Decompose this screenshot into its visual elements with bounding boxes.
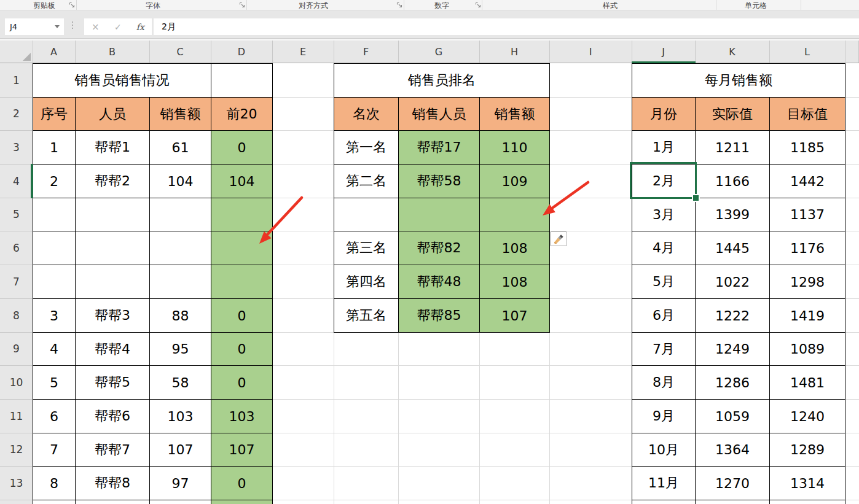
cell[interactable] xyxy=(75,231,150,265)
header-cell[interactable]: 实际值 xyxy=(695,97,770,131)
cell[interactable]: 1419 xyxy=(769,298,845,333)
cell[interactable]: 帮帮1 xyxy=(75,130,150,165)
cell[interactable]: 1270 xyxy=(695,466,770,500)
cell[interactable] xyxy=(149,198,211,231)
cell[interactable]: 1240 xyxy=(769,399,845,433)
header-cell[interactable]: 月份 xyxy=(632,97,696,131)
cell[interactable]: 107 xyxy=(211,433,273,467)
cell[interactable]: 1298 xyxy=(769,265,845,299)
cell[interactable] xyxy=(769,500,845,504)
cell[interactable]: 1249 xyxy=(695,332,770,366)
cell[interactable]: 第五名 xyxy=(334,298,399,333)
cell[interactable] xyxy=(479,198,550,231)
dialog-launcher-icon[interactable] xyxy=(69,2,75,8)
cell[interactable]: 帮帮3 xyxy=(75,298,150,333)
cell[interactable]: 帮帮2 xyxy=(75,164,150,198)
header-cell[interactable]: 销售额 xyxy=(479,97,550,131)
cell[interactable]: 第二名 xyxy=(334,164,399,198)
cell[interactable] xyxy=(632,500,696,504)
cell[interactable]: 7月 xyxy=(632,332,696,366)
cell[interactable] xyxy=(149,500,211,504)
row-header-5[interactable]: 5 xyxy=(0,198,33,231)
row-header-6[interactable]: 6 xyxy=(0,231,33,265)
cell[interactable]: 1166 xyxy=(695,164,770,198)
cell[interactable]: 107 xyxy=(149,433,211,467)
cell[interactable]: 5月 xyxy=(632,265,696,299)
cell[interactable] xyxy=(211,63,273,98)
cell[interactable]: 3月 xyxy=(632,198,696,231)
cell[interactable]: 3 xyxy=(33,298,76,333)
cell[interactable] xyxy=(33,198,76,231)
cell[interactable]: 帮帮4 xyxy=(75,332,150,366)
cell[interactable]: 103 xyxy=(211,399,273,433)
fill-handle[interactable] xyxy=(692,194,700,202)
row-header-9[interactable]: 9 xyxy=(0,332,33,366)
cell[interactable]: 6月 xyxy=(632,298,696,333)
cell[interactable]: 帮帮17 xyxy=(398,130,480,165)
name-box[interactable]: J4 xyxy=(5,18,64,35)
cell[interactable]: 帮帮85 xyxy=(398,298,480,333)
cell[interactable]: 0 xyxy=(211,298,273,333)
dialog-launcher-icon[interactable] xyxy=(396,2,402,8)
table-title[interactable]: 销售员排名 xyxy=(334,63,550,98)
cancel-icon[interactable]: × xyxy=(92,21,100,33)
cell[interactable]: 第四名 xyxy=(334,265,399,299)
cell[interactable]: 107 xyxy=(479,298,550,333)
cell[interactable] xyxy=(75,265,150,299)
selected-cell-outline[interactable] xyxy=(630,162,697,199)
chevron-down-icon[interactable] xyxy=(55,25,60,28)
cell[interactable] xyxy=(75,500,150,504)
cell[interactable] xyxy=(695,500,770,504)
cell[interactable]: 10月 xyxy=(632,433,696,467)
cell[interactable]: 1399 xyxy=(695,198,770,231)
row-header-13[interactable]: 13 xyxy=(0,466,33,500)
cell[interactable]: 1286 xyxy=(695,365,770,400)
row-header-11[interactable]: 11 xyxy=(0,399,33,433)
cell[interactable]: 1059 xyxy=(695,399,770,433)
cell[interactable]: 第三名 xyxy=(334,231,399,265)
header-cell[interactable]: 人员 xyxy=(75,97,150,131)
table-title[interactable]: 销售员销售情况 xyxy=(33,63,211,98)
cell[interactable]: 1 xyxy=(33,130,76,165)
cell[interactable]: 8月 xyxy=(632,365,696,400)
header-cell[interactable]: 销售额 xyxy=(149,97,211,131)
cell[interactable]: 0 xyxy=(211,332,273,366)
cell[interactable]: 11月 xyxy=(632,466,696,500)
cell[interactable]: 1185 xyxy=(769,130,845,165)
cell[interactable]: 9月 xyxy=(632,399,696,433)
formula-input[interactable]: 2月 xyxy=(154,18,859,35)
row-header-3[interactable]: 3 xyxy=(0,130,33,165)
cell[interactable] xyxy=(211,231,273,265)
cell[interactable]: 帮帮8 xyxy=(75,466,150,500)
cell[interactable] xyxy=(211,265,273,299)
cell[interactable]: 61 xyxy=(149,130,211,165)
cell[interactable]: 108 xyxy=(479,265,550,299)
cell[interactable]: 帮帮82 xyxy=(398,231,480,265)
cell[interactable]: 1022 xyxy=(695,265,770,299)
column-header-f[interactable]: F xyxy=(334,41,399,63)
paste-options-button[interactable] xyxy=(550,231,567,246)
cell[interactable]: 4月 xyxy=(632,231,696,265)
cell[interactable]: 5 xyxy=(33,365,76,400)
cell[interactable]: 8 xyxy=(33,466,76,500)
cell[interactable]: 1137 xyxy=(769,198,845,231)
cell[interactable]: 1289 xyxy=(769,433,845,467)
cell[interactable]: 帮帮7 xyxy=(75,433,150,467)
column-header-b[interactable]: B xyxy=(75,41,150,63)
cell[interactable] xyxy=(33,500,76,504)
cell[interactable] xyxy=(334,198,399,231)
cell[interactable] xyxy=(33,231,76,265)
column-header-d[interactable]: D xyxy=(211,41,273,63)
cell[interactable]: 1089 xyxy=(769,332,845,366)
cell[interactable]: 103 xyxy=(149,399,211,433)
cell[interactable]: 104 xyxy=(211,164,273,198)
row-header-2[interactable]: 2 xyxy=(0,97,33,131)
cell[interactable]: 2 xyxy=(33,164,76,198)
cell[interactable]: 帮帮6 xyxy=(75,399,150,433)
header-cell[interactable]: 名次 xyxy=(334,97,399,131)
cell[interactable]: 0 xyxy=(211,365,273,400)
cell[interactable]: 1222 xyxy=(695,298,770,333)
header-cell[interactable]: 前20 xyxy=(211,97,273,131)
column-header-l[interactable]: L xyxy=(769,41,845,63)
header-cell[interactable]: 销售人员 xyxy=(398,97,480,131)
